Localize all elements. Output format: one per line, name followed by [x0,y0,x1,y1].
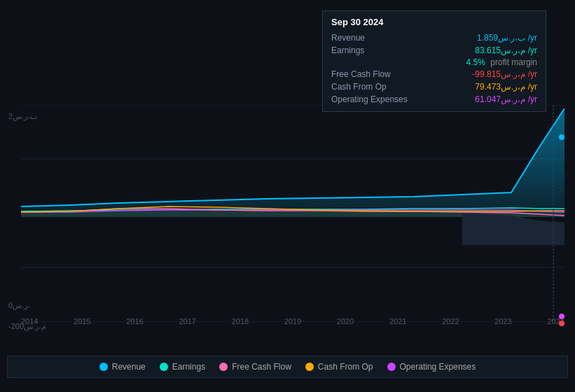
tooltip-earnings-value: 83.615م،ر.س /yr [475,46,537,55]
tooltip-box: Sep 30 2024 Revenue 1.859ب،ر.س /yr Earni… [322,10,546,112]
x-label-2016: 2016 [126,317,143,326]
tooltip-profit-row: 4.5% profit margin [331,57,537,68]
tooltip-date: Sep 30 2024 [331,17,537,27]
tooltip-cashop-label: Cash From Op [331,82,387,92]
legend-dot-cashop [305,363,314,371]
tooltip-cashop-value: 79.473م،ر.س /yr [475,82,537,92]
legend-dot-opex [387,363,396,371]
x-label-2019: 2019 [284,317,301,326]
legend: Revenue Earnings Free Cash Flow Cash Fro… [7,356,568,378]
legend-item-fcf[interactable]: Free Cash Flow [219,362,291,372]
legend-dot-revenue [99,363,108,371]
tooltip-fcf-value: -99.815م،ر.س /yr [472,69,537,79]
tooltip-profit-pct: 4.5% [466,57,485,67]
legend-item-opex[interactable]: Operating Expenses [387,362,476,372]
chart-svg [21,105,564,322]
x-label-2020: 2020 [337,317,354,326]
tooltip-revenue-label: Revenue [331,33,365,43]
x-label-2021: 2021 [389,317,406,326]
tooltip-opex-label: Operating Expenses [331,94,408,104]
legend-label-earnings: Earnings [172,362,205,372]
x-label-2014: 2014 [21,317,38,326]
tooltip-fcf-row: Free Cash Flow -99.815م،ر.س /yr [331,68,537,80]
legend-item-earnings[interactable]: Earnings [160,362,205,372]
fcf-dot-indicator [559,321,564,326]
legend-label-fcf: Free Cash Flow [232,362,291,372]
legend-label-opex: Operating Expenses [400,362,476,372]
legend-dot-fcf [219,363,228,371]
legend-item-revenue[interactable]: Revenue [99,362,146,372]
tooltip-cashop-row: Cash From Op 79.473م،ر.س /yr [331,80,537,93]
x-label-2017: 2017 [179,317,195,326]
legend-label-revenue: Revenue [112,362,146,372]
x-label-2023: 2023 [494,317,511,326]
revenue-dot-indicator [559,134,564,140]
tooltip-earnings-row: Earnings 83.615م،ر.س /yr [331,44,537,57]
legend-item-cashop[interactable]: Cash From Op [305,362,373,372]
tooltip-fcf-label: Free Cash Flow [331,69,391,79]
tooltip-revenue-row: Revenue 1.859ب،ر.س /yr [331,31,537,44]
chart-container: Sep 30 2024 Revenue 1.859ب،ر.س /yr Earni… [0,0,575,392]
tooltip-opex-row: Operating Expenses 61.047م،ر.س /yr [331,93,537,106]
tooltip-earnings-label: Earnings [331,46,364,55]
tooltip-profit-label: profit margin [488,57,537,67]
opex-dot-indicator [559,314,564,319]
tooltip-revenue-value: 1.859ب،ر.س /yr [477,33,537,43]
x-label-2022: 2022 [442,317,459,326]
x-label-2018: 2018 [232,317,249,326]
x-axis: 2014 2015 2016 2017 2018 2019 2020 2021 … [21,317,564,326]
legend-dot-earnings [160,363,168,371]
legend-label-cashop: Cash From Op [318,362,373,372]
tooltip-opex-value: 61.047م،ر.س /yr [475,94,537,104]
chart-area [21,105,564,322]
x-label-2015: 2015 [74,317,90,326]
